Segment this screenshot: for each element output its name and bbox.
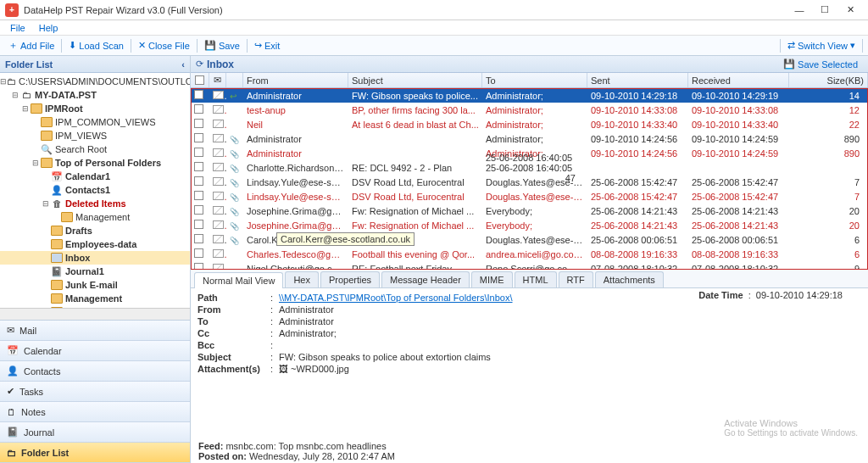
tab-attachments[interactable]: Attachments (595, 271, 664, 287)
row-checkbox[interactable] (194, 263, 203, 270)
cell-sent: 09-10-2010 14:24:56 (587, 134, 688, 144)
row-checkbox[interactable] (194, 248, 203, 258)
tab-rtf[interactable]: RTF (559, 271, 593, 287)
nav-notes[interactable]: 🗒Notes (0, 402, 190, 422)
detail-path[interactable]: \\MY-DATA.PST\IPMRoot\Top of Personal Fo… (279, 293, 513, 303)
tree-search-root[interactable]: 🔍Search Root (0, 142, 190, 156)
message-row[interactable]: Josephine.Grima@go.com.mtFw: Resignation… (191, 218, 868, 232)
tree-ipmroot[interactable]: ⊟IPMRoot (0, 102, 190, 115)
col-subject[interactable]: Subject (348, 73, 482, 87)
cell-received: 09-10-2010 14:33:40 (688, 120, 789, 130)
tab-properties[interactable]: Properties (320, 271, 380, 287)
refresh-icon[interactable]: ⟳ (196, 59, 203, 70)
exit-button[interactable]: ↪Exit (249, 38, 285, 53)
exit-icon: ↪ (254, 40, 262, 51)
col-size[interactable]: Size(KB) (789, 73, 868, 87)
row-checkbox[interactable] (194, 191, 203, 200)
message-row[interactable]: AdministratorFW: Gibson speaks to police… (191, 88, 868, 103)
message-row[interactable]: test-anupBP, other firms facing 300 la..… (191, 103, 868, 117)
message-row[interactable]: Josephine.Grima@go.com.mtFw: Resignation… (191, 204, 868, 218)
row-checkbox[interactable] (194, 176, 203, 186)
tree-notes1[interactable]: Notes1 (0, 305, 190, 308)
nav-journal[interactable]: 📓Journal (0, 422, 190, 443)
tree-ipm-common[interactable]: IPM_COMMON_VIEWS (0, 115, 190, 129)
nav-folderlist[interactable]: 🗀Folder List (0, 443, 190, 463)
tree-drafts[interactable]: Drafts (0, 224, 190, 237)
cell-received: 08-08-2008 19:16:33 (688, 249, 789, 259)
folder-icon: 🗀 (7, 448, 16, 458)
row-checkbox[interactable] (194, 133, 203, 142)
tab-message-header[interactable]: Message Header (381, 271, 470, 287)
nav-calendar[interactable]: 📅Calendar (0, 341, 190, 361)
tree-junk[interactable]: Junk E-mail (0, 278, 190, 292)
cell-sent: 09-10-2010 14:24:56 (587, 148, 688, 159)
attachment-icon (230, 192, 239, 202)
col-sent[interactable]: Sent (587, 73, 688, 87)
close-button[interactable]: ✕ (837, 4, 863, 15)
tree-pst[interactable]: ⊟🗀MY-DATA.PST (0, 88, 190, 102)
close-file-button[interactable]: ✕Close File (133, 38, 195, 53)
col-attach[interactable] (226, 73, 243, 87)
cell-to: Everybody; (482, 206, 587, 216)
dropdown-icon: ▾ (850, 40, 855, 51)
col-icon[interactable]: ✉ (209, 73, 226, 87)
tree-inbox[interactable]: Inbox (0, 251, 190, 265)
tab-html[interactable]: HTML (515, 271, 557, 287)
switch-view-button[interactable]: ⇄Switch View ▾ (782, 38, 860, 53)
message-row[interactable]: Lindsay.Yule@ese-scotland.c...DSV Road L… (191, 175, 868, 189)
message-grid[interactable]: AdministratorFW: Gibson speaks to police… (191, 88, 868, 270)
tasks-icon: ✔ (7, 386, 14, 397)
tree-hscrollbar[interactable] (0, 308, 190, 320)
cell-subject: Football this evening @ Qor... (348, 249, 482, 259)
maximize-button[interactable]: ☐ (812, 4, 837, 15)
message-row[interactable]: Charles.Tedesco@go.com.mtFootball this e… (191, 247, 868, 261)
menu-file[interactable]: File (3, 23, 32, 33)
tree-ipm-views[interactable]: IPM_VIEWS (0, 129, 190, 142)
tree-management2[interactable]: Management (0, 292, 190, 305)
row-checkbox[interactable] (194, 205, 203, 215)
tree-employees[interactable]: Employees-data (0, 237, 190, 251)
cell-size: 890 (789, 148, 868, 159)
row-checkbox[interactable] (194, 148, 203, 157)
tree-journal1[interactable]: 📓Journal1 (0, 265, 190, 278)
tree-calendar1[interactable]: 📅Calendar1 (0, 170, 190, 183)
row-checkbox[interactable] (194, 90, 203, 99)
message-row[interactable]: NeilAt least 6 dead in blast at Ch...Adm… (191, 117, 868, 131)
save-selected-button[interactable]: 💾Save Selected (778, 57, 863, 71)
row-checkbox[interactable] (194, 220, 203, 229)
load-scan-button[interactable]: ⬇Load Scan (64, 38, 129, 53)
col-checkbox[interactable] (191, 73, 209, 87)
cell-from: Administrator (243, 134, 348, 144)
tab-hex[interactable]: Hex (285, 271, 319, 287)
message-row[interactable]: Charlotte.Richardson@dexio...RE: DCL 949… (191, 160, 868, 175)
tree-deleted[interactable]: ⊟🗑Deleted Items (0, 197, 190, 210)
message-row[interactable]: AdministratorAdministrator;09-10-2010 14… (191, 131, 868, 146)
nav-tasks[interactable]: ✔Tasks (0, 382, 190, 402)
tree-top-personal[interactable]: ⊟Top of Personal Folders (0, 156, 190, 170)
nav-mail[interactable]: ✉Mail (0, 321, 190, 341)
folder-tree[interactable]: ⊟🗀C:\USERS\ADMIN\DOCUMENTS\OUTLOOK F ⊟🗀M… (0, 73, 190, 308)
col-from[interactable]: From (243, 73, 348, 87)
tree-root[interactable]: ⊟🗀C:\USERS\ADMIN\DOCUMENTS\OUTLOOK F (0, 75, 190, 88)
row-checkbox[interactable] (194, 162, 203, 171)
nav-contacts[interactable]: 👤Contacts (0, 361, 190, 382)
col-to[interactable]: To (482, 73, 587, 87)
chevron-left-icon[interactable]: ‹ (181, 59, 185, 70)
tree-contacts1[interactable]: 👤Contacts1 (0, 183, 190, 197)
tree-management[interactable]: Management (0, 210, 190, 224)
menu-help[interactable]: Help (32, 23, 65, 33)
calendar-icon: 📅 (51, 170, 63, 182)
col-received[interactable]: Received (688, 73, 789, 87)
save-button[interactable]: 💾Save (199, 38, 245, 53)
cell-to: Administrator; (482, 120, 587, 130)
tab-mime[interactable]: MIME (471, 271, 513, 287)
cell-sent: 25-06-2008 16:40:05 (486, 153, 587, 163)
row-checkbox[interactable] (194, 104, 203, 114)
row-checkbox[interactable] (194, 234, 203, 243)
add-file-button[interactable]: ＋Add File (3, 37, 59, 53)
minimize-button[interactable]: — (787, 5, 812, 15)
row-checkbox[interactable] (194, 119, 203, 128)
tab-normal[interactable]: Normal Mail View (194, 272, 283, 288)
message-row[interactable]: Lindsay.Yule@ese-scotland.c...DSV Road L… (191, 189, 868, 204)
message-row[interactable]: Nigel.Chetcuti@go.com.mtRE: Football nex… (191, 261, 868, 270)
